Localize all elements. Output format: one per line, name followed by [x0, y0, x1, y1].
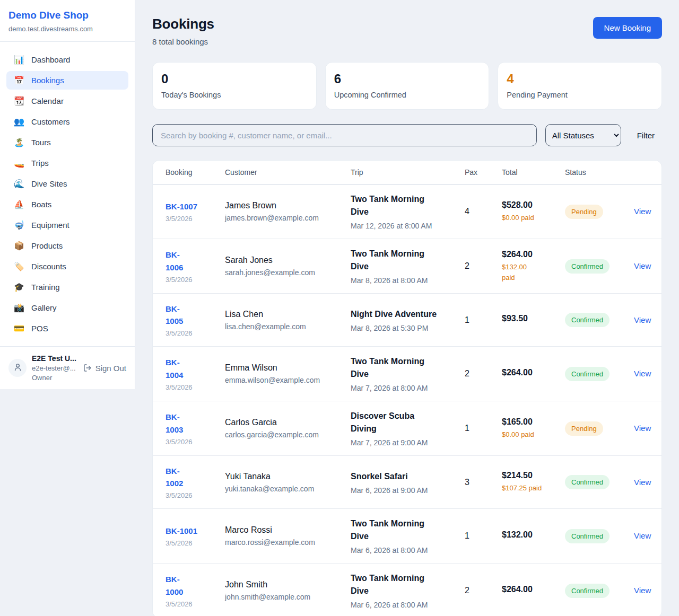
customer-name: Marco Rossi: [225, 525, 343, 535]
sidebar-item-label: Products: [31, 241, 63, 250]
status-filter-select[interactable]: All Statuses: [545, 124, 621, 146]
stat-value: 6: [334, 72, 481, 86]
stat-label: Pending Payment: [507, 91, 653, 99]
trip-title: Snorkel Safari: [351, 470, 457, 483]
booking-number-link[interactable]: BK-1003: [166, 411, 217, 436]
total-cell: $264.00: [502, 368, 565, 380]
actions-cell: View: [634, 315, 658, 325]
booking-number-link[interactable]: BK-1002: [166, 465, 217, 490]
new-booking-button[interactable]: New Booking: [593, 17, 662, 39]
actions-cell: View: [634, 531, 658, 541]
sidebar-item-calendar[interactable]: 📆 Calendar: [6, 92, 128, 110]
sign-out-icon: [83, 364, 92, 372]
booking-cell: BK-1001 3/5/2026: [166, 525, 225, 547]
status-badge: Confirmed: [565, 529, 610, 543]
sidebar-item-equipment[interactable]: 🤿 Equipment: [6, 216, 128, 234]
trips-icon: 🚤: [14, 159, 24, 168]
table-header-row: Booking Customer Trip Pax Total Status: [153, 161, 661, 184]
view-link[interactable]: View: [634, 261, 651, 270]
customer-cell: John Smith john.smith@example.com: [225, 580, 351, 601]
customer-name: Sarah Jones: [225, 256, 343, 265]
sidebar-item-discounts[interactable]: 🏷️ Discounts: [6, 257, 128, 276]
sidebar-item-tours[interactable]: 🏝️ Tours: [6, 133, 128, 152]
status-badge: Confirmed: [565, 259, 610, 274]
actions-cell: View: [634, 478, 658, 487]
table-row: BK-1000 3/5/2026 John Smith john.smith@e…: [153, 564, 661, 616]
column-header-pax: Pax: [465, 168, 502, 177]
total-cell: $528.00 $0.00 paid: [502, 200, 565, 223]
boats-icon: ⛵: [14, 200, 24, 209]
paid-amount: $107.25 paid: [502, 483, 558, 494]
sidebar-item-trips[interactable]: 🚤 Trips: [6, 154, 128, 172]
customer-email: james.brown@example.com: [225, 214, 343, 222]
user-info: E2E Test U... e2e-tester@... Owner: [32, 354, 78, 382]
total-cell: $214.50 $107.25 paid: [502, 471, 565, 494]
filter-button[interactable]: Filter: [630, 131, 662, 140]
trip-title: Night Dive Adventure: [351, 308, 457, 321]
actions-cell: View: [634, 207, 658, 216]
pax-cell: 2: [465, 369, 502, 379]
total-cell: $165.00 $0.00 paid: [502, 417, 565, 440]
total-amount: $264.00: [502, 250, 558, 259]
customer-cell: Carlos Garcia carlos.garcia@example.com: [225, 418, 351, 439]
sidebar-item-label: Bookings: [31, 76, 64, 85]
sidebar-item-customers[interactable]: 👥 Customers: [6, 112, 128, 131]
training-icon: 🎓: [14, 283, 24, 292]
sign-out-button[interactable]: Sign Out: [83, 364, 126, 373]
booking-number-link[interactable]: BK-1006: [166, 249, 217, 274]
tours-icon: 🏝️: [14, 138, 24, 147]
bookings-table: Booking Customer Trip Pax Total Status B…: [152, 160, 662, 616]
view-link[interactable]: View: [634, 315, 651, 324]
equipment-icon: 🤿: [14, 221, 24, 230]
column-header-status: Status: [565, 168, 634, 177]
trip-cell: Two Tank MorningDive Mar 6, 2026 at 8:00…: [351, 517, 465, 555]
sidebar-nav: 📊 Dashboard 📅 Bookings 📆 Calendar 👥 Cust…: [0, 42, 135, 346]
sidebar-item-gallery[interactable]: 📸 Gallery: [6, 298, 128, 317]
sidebar-item-dive-sites[interactable]: 🌊 Dive Sites: [6, 174, 128, 193]
total-cell: $264.00 $132.00paid: [502, 250, 565, 283]
sidebar-item-boats[interactable]: ⛵ Boats: [6, 195, 128, 214]
table-row: BK-1001 3/5/2026 Marco Rossi marco.rossi…: [153, 509, 661, 564]
search-input[interactable]: [152, 124, 537, 146]
customer-cell: Marco Rossi marco.rossi@example.com: [225, 525, 351, 547]
status-cell: Confirmed: [565, 475, 634, 489]
sidebar-item-training[interactable]: 🎓 Training: [6, 278, 128, 296]
sidebar-item-products[interactable]: 📦 Products: [6, 236, 128, 255]
view-link[interactable]: View: [634, 586, 651, 595]
trip-cell: Snorkel Safari Mar 6, 2026 at 9:00 AM: [351, 470, 465, 495]
trip-title: Two Tank MorningDive: [351, 572, 457, 597]
booking-number-link[interactable]: BK-1005: [166, 303, 217, 328]
booking-number-link[interactable]: BK-1007: [166, 200, 217, 213]
sidebar-item-pos[interactable]: 💳 POS: [6, 319, 128, 338]
pax-cell: 1: [465, 424, 502, 433]
page-header-text: Bookings 8 total bookings: [152, 16, 214, 46]
booking-date: 3/5/2026: [166, 329, 217, 337]
view-link[interactable]: View: [634, 531, 651, 540]
view-link[interactable]: View: [634, 369, 651, 378]
booking-number-link[interactable]: BK-1000: [166, 573, 217, 598]
column-header-booking: Booking: [166, 168, 225, 177]
column-header-trip: Trip: [351, 168, 465, 177]
view-link[interactable]: View: [634, 478, 651, 487]
sidebar-item-label: Dashboard: [31, 55, 70, 64]
sidebar-item-label: Calendar: [31, 96, 64, 105]
view-link[interactable]: View: [634, 207, 651, 216]
customer-name: Yuki Tanaka: [225, 472, 343, 481]
actions-cell: View: [634, 586, 658, 595]
booking-number-link[interactable]: BK-1004: [166, 356, 217, 381]
trip-date: Mar 6, 2026 at 8:00 AM: [351, 546, 457, 555]
view-link[interactable]: View: [634, 424, 651, 433]
sidebar-item-bookings[interactable]: 📅 Bookings: [6, 71, 128, 90]
sidebar-item-label: Discounts: [31, 262, 66, 271]
trip-cell: Two Tank MorningDive Mar 12, 2026 at 8:0…: [351, 193, 465, 230]
user-role: Owner: [32, 374, 78, 382]
sidebar-item-dashboard[interactable]: 📊 Dashboard: [6, 50, 128, 69]
stat-label: Today's Bookings: [161, 91, 308, 99]
booking-number-link[interactable]: BK-1001: [166, 525, 217, 537]
trip-title: Two Tank MorningDive: [351, 193, 457, 218]
stat-card-pending-payment: 4 Pending Payment: [498, 62, 662, 110]
trip-title: Discover ScubaDiving: [351, 410, 457, 435]
customer-email: lisa.chen@example.com: [225, 322, 343, 331]
user-name: E2E Test U...: [32, 354, 78, 363]
discounts-icon: 🏷️: [14, 262, 24, 271]
